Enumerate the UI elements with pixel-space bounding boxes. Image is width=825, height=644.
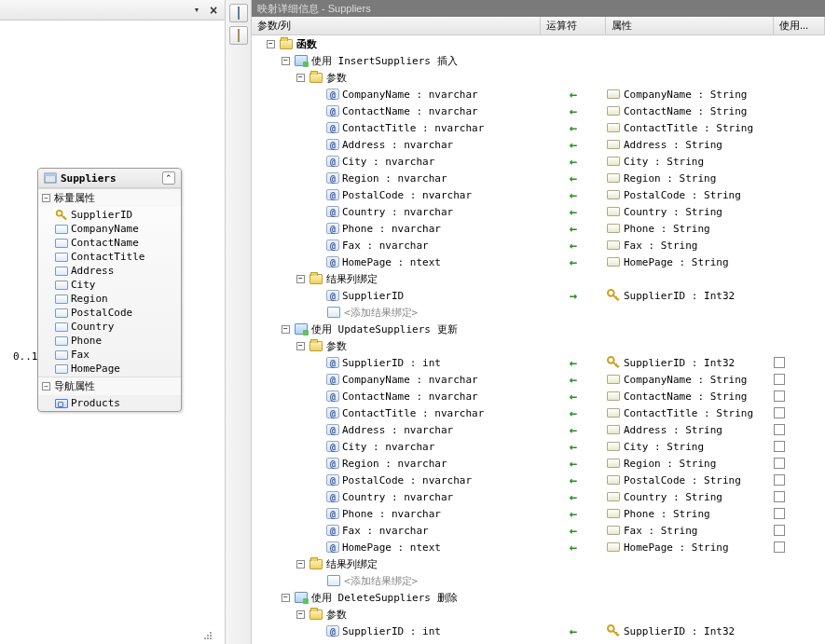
tree-row[interactable]: City : nvarchar←City : String <box>252 153 825 170</box>
use-original-checkbox[interactable] <box>774 391 785 402</box>
expand-icon[interactable]: − <box>296 610 305 619</box>
property-row[interactable]: CompanyName <box>38 222 181 236</box>
add-binding-label[interactable]: <添加结果绑定> <box>344 306 418 320</box>
mapping-tree[interactable]: −函数−使用 InsertSuppliers 插入−参数CompanyName … <box>252 35 825 644</box>
tree-row[interactable]: Phone : nvarchar←Phone : String <box>252 220 825 237</box>
property-row[interactable]: PostalCode <box>38 306 181 320</box>
property-icon <box>606 121 621 134</box>
function-view-button[interactable] <box>229 26 248 45</box>
arrow-left-icon: ← <box>570 389 577 404</box>
tree-row[interactable]: SupplierID : int←SupplierID : Int32 <box>252 623 825 639</box>
expand-icon[interactable]: − <box>42 194 50 202</box>
header-property-col[interactable]: 属性 <box>606 17 774 34</box>
tree-row[interactable]: City : nvarchar←City : String <box>252 438 825 455</box>
property-row[interactable]: HomePage <box>38 362 181 376</box>
tree-row[interactable]: Region : nvarchar←Region : String <box>252 170 825 186</box>
add-binding-label[interactable]: <添加结果绑定> <box>344 574 418 588</box>
expand-icon[interactable]: − <box>296 74 305 82</box>
tree-row[interactable]: −使用 InsertSuppliers 插入 <box>252 52 825 69</box>
tree-row[interactable]: <添加结果绑定> <box>252 304 825 321</box>
tree-row[interactable]: CompanyName : nvarchar←CompanyName : Str… <box>252 371 825 388</box>
use-original-checkbox[interactable] <box>774 458 785 469</box>
mapping-view-button[interactable] <box>229 4 248 22</box>
use-original-checkbox[interactable] <box>774 474 785 486</box>
tree-row[interactable]: <添加结果绑定> <box>252 572 825 589</box>
entity-title: Suppliers <box>61 172 162 185</box>
use-original-checkbox[interactable] <box>774 508 785 519</box>
property-row[interactable]: ContactName <box>38 236 181 250</box>
tree-row[interactable]: Fax : nvarchar←Fax : String <box>252 522 825 539</box>
property-row[interactable]: Region <box>38 292 181 306</box>
entity-suppliers[interactable]: Suppliers ⌃ − 标量属性 SupplierIDCompanyName… <box>37 168 182 412</box>
tree-row[interactable]: ContactName : nvarchar←ContactName : Str… <box>252 388 825 404</box>
property-row[interactable]: ContactTitle <box>38 250 181 264</box>
use-original-checkbox[interactable] <box>774 541 785 553</box>
tree-row[interactable]: −使用 DeleteSuppliers 删除 <box>252 589 825 606</box>
tree-row[interactable]: HomePage : ntext←HomePage : String <box>252 253 825 270</box>
expand-icon[interactable]: − <box>282 594 290 602</box>
expand-icon[interactable]: − <box>296 342 305 350</box>
expand-icon[interactable]: − <box>296 275 305 283</box>
tree-row[interactable]: ContactTitle : nvarchar←ContactTitle : S… <box>252 119 825 136</box>
root-label: 函数 <box>296 37 317 51</box>
header-param-col[interactable]: 参数/列 <box>252 17 541 34</box>
tree-row[interactable]: Address : nvarchar←Address : String <box>252 136 825 153</box>
tree-row[interactable]: Country : nvarchar←Country : String <box>252 203 825 220</box>
tree-row[interactable]: ContactTitle : nvarchar←ContactTitle : S… <box>252 404 825 421</box>
expand-icon[interactable]: − <box>282 325 290 334</box>
tree-row[interactable]: −参数 <box>252 606 825 623</box>
property-row[interactable]: Fax <box>38 348 181 362</box>
tree-row[interactable]: −结果列绑定 <box>252 555 825 572</box>
tree-row[interactable]: Phone : nvarchar←Phone : String <box>252 505 825 522</box>
tree-row[interactable]: Country : nvarchar←Country : String <box>252 488 825 505</box>
tree-row[interactable]: −参数 <box>252 69 825 86</box>
property-icon <box>606 373 621 386</box>
diagram-surface[interactable]: Suppliers ⌃ − 标量属性 SupplierIDCompanyName… <box>0 21 225 644</box>
tree-row[interactable]: −结果列绑定 <box>252 270 825 287</box>
nav-section-header[interactable]: − 导航属性 <box>38 377 181 395</box>
header-operator-col[interactable]: 运算符 <box>541 17 606 34</box>
use-original-checkbox[interactable] <box>774 407 785 418</box>
header-use-col[interactable]: 使用... <box>774 17 825 34</box>
property-row[interactable]: City <box>38 278 181 292</box>
property-icon <box>606 188 621 201</box>
expand-icon[interactable]: − <box>42 382 50 391</box>
property-icon <box>606 541 621 554</box>
tree-row[interactable]: Region : nvarchar←Region : String <box>252 455 825 472</box>
use-original-checkbox[interactable] <box>774 491 785 502</box>
property-row[interactable]: Address <box>38 264 181 278</box>
tree-row[interactable]: SupplierID→SupplierID : Int32 <box>252 287 825 304</box>
tree-row[interactable]: −函数 <box>252 35 825 52</box>
property-icon <box>606 155 621 168</box>
tree-row[interactable]: ContactName : nvarchar←ContactName : Str… <box>252 103 825 119</box>
use-original-checkbox[interactable] <box>774 424 785 435</box>
tree-row[interactable]: PostalCode : nvarchar←PostalCode : Strin… <box>252 472 825 488</box>
property-row[interactable]: Phone <box>38 334 181 348</box>
scalar-section-header[interactable]: − 标量属性 <box>38 189 181 207</box>
collapse-icon[interactable]: ⌃ <box>162 171 175 185</box>
resize-handle-icon[interactable] <box>203 631 213 642</box>
use-original-checkbox[interactable] <box>774 357 785 368</box>
close-icon[interactable] <box>206 3 221 18</box>
tree-row[interactable]: CompanyName : nvarchar←CompanyName : Str… <box>252 86 825 103</box>
tree-row[interactable]: Address : nvarchar←Address : String <box>252 421 825 438</box>
expand-icon[interactable]: − <box>282 57 290 65</box>
use-original-checkbox[interactable] <box>774 441 785 452</box>
nav-property-row[interactable]: Products <box>38 396 181 410</box>
expand-icon[interactable]: − <box>296 560 305 569</box>
tree-row[interactable]: HomePage : ntext←HomePage : String <box>252 539 825 555</box>
use-original-checkbox[interactable] <box>774 374 785 385</box>
tree-row[interactable]: −参数 <box>252 337 825 354</box>
expand-icon[interactable]: − <box>267 40 275 48</box>
use-original-checkbox[interactable] <box>774 525 785 536</box>
tree-row[interactable]: SupplierID : int←SupplierID : Int32 <box>252 354 825 371</box>
tree-row[interactable]: Fax : nvarchar←Fax : String <box>252 237 825 253</box>
property-row[interactable]: Country <box>38 320 181 334</box>
tree-row[interactable]: PostalCode : nvarchar←PostalCode : Strin… <box>252 186 825 203</box>
key-icon <box>606 289 621 302</box>
entity-header[interactable]: Suppliers ⌃ <box>38 169 181 188</box>
property-icon <box>606 255 621 268</box>
property-row[interactable]: SupplierID <box>38 208 181 222</box>
tree-row[interactable]: −使用 UpdateSuppliers 更新 <box>252 321 825 337</box>
toolbar-dropdown-icon[interactable] <box>189 3 204 18</box>
